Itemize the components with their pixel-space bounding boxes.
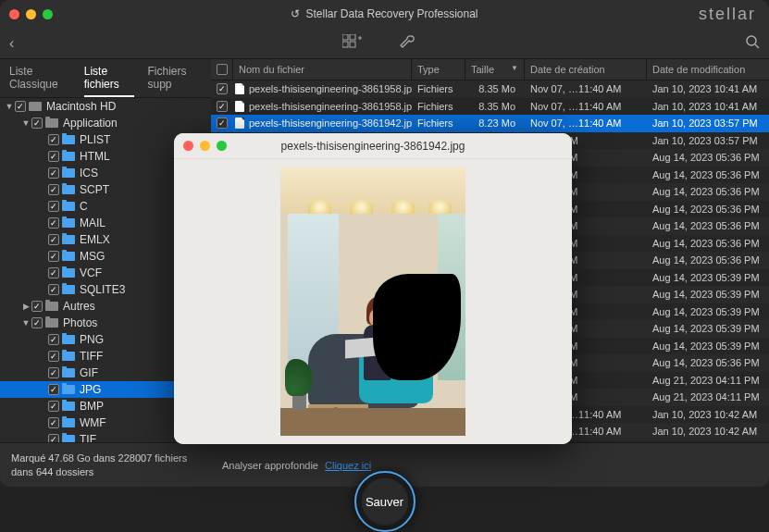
wrench-icon[interactable] [400, 34, 416, 53]
deep-scan-link[interactable]: Cliquez ici [325, 460, 371, 471]
tree-label: VCF [80, 266, 102, 279]
header-modified[interactable]: Date de modification [647, 59, 769, 80]
deep-scan-label: Analyser approfondie [222, 460, 318, 471]
row-checkbox[interactable] [217, 83, 228, 94]
folder-icon [62, 352, 75, 361]
folder-icon [62, 218, 75, 228]
tree-checkbox[interactable] [48, 201, 59, 212]
header-checkbox[interactable] [211, 59, 233, 80]
preview-title: pexels-thisisengineering-3861942.jpg [174, 140, 572, 153]
tree-checkbox[interactable] [48, 134, 59, 145]
cell-modified: Aug 14, 2023 05:39 PM [647, 289, 769, 300]
cell-modified: Aug 14, 2023 05:36 PM [647, 238, 769, 249]
window-title: ↺ Stellar Data Recovery Professional [0, 7, 769, 20]
caret-icon[interactable] [4, 102, 15, 111]
tree-checkbox[interactable] [48, 234, 59, 245]
cell-created: Nov 07, …11:40 AM [525, 118, 647, 129]
caret-icon[interactable] [20, 302, 31, 311]
row-checkbox[interactable] [217, 118, 228, 129]
search-icon[interactable] [745, 34, 760, 52]
tree-checkbox[interactable] [48, 267, 59, 278]
file-name: pexels-thisisengineering-3861958.jpg [249, 83, 412, 94]
tree-checkbox[interactable] [48, 401, 59, 412]
folder-icon [62, 385, 75, 394]
folder-icon [62, 135, 75, 144]
preview-maximize-icon[interactable] [217, 141, 227, 151]
preview-titlebar: pexels-thisisengineering-3861942.jpg [174, 133, 572, 159]
folder-icon [62, 285, 75, 294]
tree-checkbox[interactable] [31, 301, 43, 312]
tab-classic[interactable]: Liste Classique [9, 62, 71, 97]
tree-checkbox[interactable] [48, 184, 59, 195]
tree-node-macintosh-hd[interactable]: Macintosh HD [0, 98, 211, 115]
tree-checkbox[interactable] [48, 367, 59, 378]
cell-modified: Jan 10, 2023 03:57 PM [647, 135, 769, 146]
tree-checkbox[interactable] [48, 284, 59, 295]
header-type[interactable]: Type [412, 59, 465, 80]
folder-icon [45, 302, 58, 311]
tree-label: SQLITE3 [80, 283, 125, 296]
tree-checkbox[interactable] [15, 101, 26, 112]
tree-checkbox[interactable] [48, 384, 59, 395]
close-icon[interactable] [9, 9, 19, 19]
maximize-icon[interactable] [43, 9, 53, 19]
header-name[interactable]: Nom du fichier [233, 59, 412, 80]
tree-checkbox[interactable] [48, 351, 59, 362]
caret-icon[interactable] [20, 318, 31, 328]
cell-size: 8.35 Mo [465, 83, 525, 94]
preview-traffic-lights [183, 141, 227, 151]
tab-files[interactable]: Liste fichiers [84, 62, 135, 97]
tree-checkbox[interactable] [48, 251, 59, 262]
tree-checkbox[interactable] [48, 167, 59, 179]
tree-checkbox[interactable] [31, 118, 43, 129]
folder-icon [62, 235, 75, 244]
minimize-icon[interactable] [26, 9, 36, 19]
cell-type: Fichiers [412, 101, 465, 112]
cell-created: Nov 07, …11:40 AM [525, 101, 647, 112]
tree-checkbox[interactable] [48, 417, 59, 428]
status-text: Marqué 47.68 Go dans 228007 fichiers dan… [11, 452, 196, 478]
svg-rect-1 [350, 34, 355, 40]
cell-modified: Aug 14, 2023 05:39 PM [647, 323, 769, 334]
folder-icon [62, 418, 75, 427]
disk-icon [29, 102, 42, 111]
cell-modified: Aug 14, 2023 05:36 PM [647, 220, 769, 231]
cell-modified: Jan 10, 2023 10:41 AM [647, 83, 769, 94]
tree-checkbox[interactable] [31, 317, 43, 328]
file-row[interactable]: pexels-thisisengineering-3861942.jpgFich… [211, 115, 769, 132]
cell-created: Nov 07, …11:40 AM [525, 83, 647, 94]
file-row[interactable]: pexels-thisisengineering-3861958.jpgFich… [211, 80, 769, 98]
folder-icon [62, 168, 75, 178]
preview-window[interactable]: pexels-thisisengineering-3861942.jpg [174, 133, 572, 444]
svg-rect-2 [342, 42, 348, 47]
cell-modified: Aug 21, 2023 04:11 PM [647, 375, 769, 386]
cell-modified: Aug 14, 2023 05:36 PM [647, 204, 769, 215]
tree-label: EMLX [80, 233, 110, 246]
folder-icon [62, 368, 75, 377]
brand-logo: stellar [699, 5, 756, 24]
tree-node-application[interactable]: Application [0, 115, 211, 131]
row-checkbox[interactable] [217, 101, 228, 112]
folder-icon [62, 252, 75, 261]
header-created[interactable]: Date de création [525, 59, 647, 80]
tree-checkbox[interactable] [48, 334, 59, 345]
preview-minimize-icon[interactable] [200, 141, 210, 151]
folder-icon [62, 185, 75, 194]
preview-close-icon[interactable] [183, 141, 193, 151]
header-size[interactable]: Taille▼ [465, 59, 525, 80]
cell-modified: Aug 14, 2023 05:39 PM [647, 272, 769, 283]
file-name: pexels-thisisengineering-3861942.jpg [249, 118, 412, 129]
tree-label: JPG [80, 383, 101, 396]
tree-label: Photos [63, 316, 97, 329]
tree-checkbox[interactable] [48, 217, 59, 229]
svg-point-4 [747, 36, 756, 45]
save-button[interactable]: Sauver [354, 471, 416, 532]
caret-icon[interactable] [20, 118, 31, 128]
cell-modified: Aug 21, 2023 04:11 PM [647, 391, 769, 402]
grid-view-icon[interactable] [342, 34, 363, 53]
tree-label: BMP [80, 400, 104, 413]
tab-deleted[interactable]: Fichiers supp [147, 62, 202, 97]
file-row[interactable]: pexels-thisisengineering-3861958.jpgFich… [211, 98, 769, 116]
tree-checkbox[interactable] [48, 151, 59, 162]
tree-checkbox[interactable] [48, 434, 59, 442]
